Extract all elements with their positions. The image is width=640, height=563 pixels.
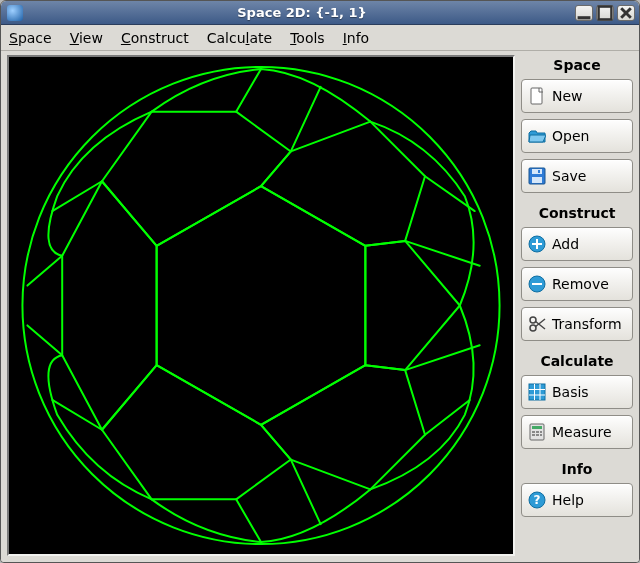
svg-rect-1 — [599, 6, 612, 19]
basis-button[interactable]: Basis — [521, 375, 633, 409]
minimize-button[interactable] — [575, 5, 593, 21]
group-title: Construct — [521, 205, 633, 221]
button-label: Help — [552, 492, 584, 508]
transform-button[interactable]: Transform — [521, 307, 633, 341]
folder-open-icon — [528, 127, 546, 145]
plus-circle-icon — [528, 235, 546, 253]
app-window: Space 2D: {-1, 1} Space View Construct C… — [0, 0, 640, 563]
menu-info[interactable]: Info — [343, 30, 370, 46]
maximize-button[interactable] — [596, 5, 614, 21]
button-label: New — [552, 88, 583, 104]
menu-view[interactable]: View — [70, 30, 103, 46]
group-title: Info — [521, 461, 633, 477]
button-label: Measure — [552, 424, 612, 440]
svg-marker-9 — [261, 365, 425, 489]
group-title: Space — [521, 57, 633, 73]
help-button[interactable]: Help — [521, 483, 633, 517]
app-icon — [7, 5, 23, 21]
svg-line-19 — [236, 499, 261, 542]
file-new-icon — [528, 87, 546, 105]
menu-tools[interactable]: Tools — [290, 30, 325, 46]
menu-space[interactable]: Space — [9, 30, 52, 46]
menubar: Space View Construct Calculate Tools Inf… — [1, 25, 639, 51]
minus-circle-icon — [528, 275, 546, 293]
new-button[interactable]: New — [521, 79, 633, 113]
svg-marker-7 — [261, 122, 425, 246]
calculator-icon — [528, 423, 546, 441]
svg-line-21 — [27, 325, 62, 355]
button-label: Transform — [552, 316, 622, 332]
save-button[interactable]: Save — [521, 159, 633, 193]
soccer-wireframe — [9, 57, 513, 554]
button-label: Remove — [552, 276, 609, 292]
menu-calculate[interactable]: Calculate — [207, 30, 272, 46]
add-button[interactable]: Add — [521, 227, 633, 261]
button-label: Basis — [552, 384, 589, 400]
help-icon — [528, 491, 546, 509]
scissors-icon — [528, 315, 546, 333]
group-title: Calculate — [521, 353, 633, 369]
svg-marker-5 — [157, 186, 366, 425]
svg-marker-10 — [102, 365, 291, 499]
button-label: Open — [552, 128, 589, 144]
svg-marker-6 — [102, 112, 291, 246]
window-controls — [575, 5, 635, 21]
open-button[interactable]: Open — [521, 119, 633, 153]
titlebar: Space 2D: {-1, 1} — [1, 1, 639, 25]
svg-marker-11 — [62, 181, 156, 430]
svg-marker-8 — [365, 241, 459, 370]
remove-button[interactable]: Remove — [521, 267, 633, 301]
viewport[interactable] — [7, 55, 515, 556]
svg-line-14 — [425, 176, 475, 211]
disk-save-icon — [528, 167, 546, 185]
button-label: Save — [552, 168, 586, 184]
close-button[interactable] — [617, 5, 635, 21]
measure-button[interactable]: Measure — [521, 415, 633, 449]
svg-rect-0 — [578, 16, 591, 19]
grid-icon — [528, 383, 546, 401]
body: SpaceNewOpenSaveConstructAddRemoveTransf… — [1, 51, 639, 562]
svg-line-12 — [236, 69, 261, 112]
svg-point-4 — [22, 67, 499, 544]
window-title: Space 2D: {-1, 1} — [29, 5, 575, 20]
right-panel: SpaceNewOpenSaveConstructAddRemoveTransf… — [517, 51, 639, 562]
button-label: Add — [552, 236, 579, 252]
svg-line-22 — [27, 256, 62, 286]
menu-construct[interactable]: Construct — [121, 30, 189, 46]
